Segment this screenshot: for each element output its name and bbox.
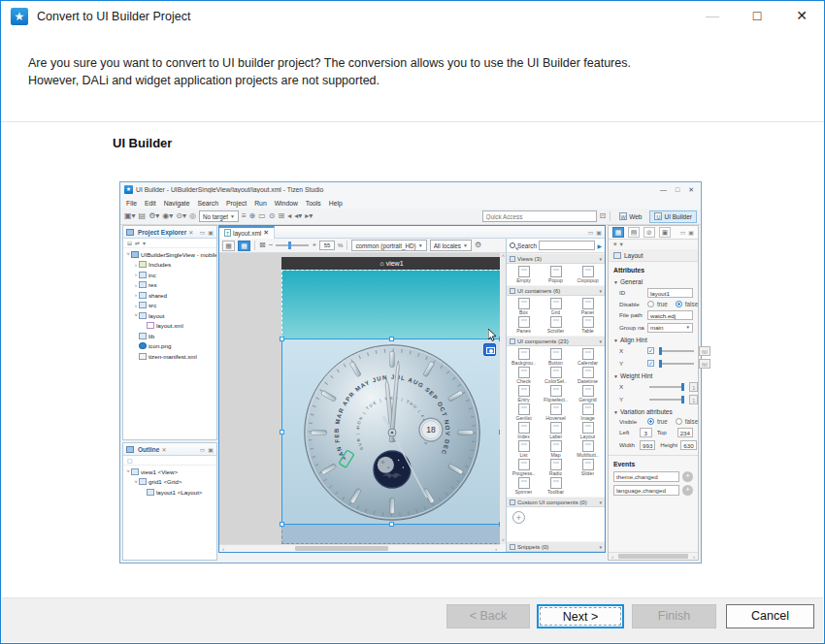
project-tree-item: › res (123, 280, 216, 291)
palette-item: Progress.. (508, 459, 540, 476)
component-label: Radio (549, 470, 563, 476)
component-label: Index (517, 434, 530, 439)
scroll-left-icon[interactable]: ‹ (219, 546, 227, 552)
project-tree-item: ˅ UIBuilderSingleView - mobile-4.0 (123, 249, 216, 260)
palette-item: Map (540, 440, 572, 458)
tree-item-icon (139, 281, 147, 288)
tree-item-icon (131, 468, 139, 475)
outline-tree-item: ˅ view1 <View> (123, 467, 216, 477)
palette-item: Popup (540, 266, 572, 283)
component-label: Spinner (515, 489, 533, 495)
outline-toolbar: ▢ (123, 456, 216, 466)
view-header: ⌂ view1 (281, 257, 500, 270)
palette-item: Hoversel (540, 403, 572, 421)
attributes-title: Attributes (609, 262, 698, 275)
cancel-button[interactable]: Cancel (726, 604, 814, 628)
menu-item: Edit (145, 200, 156, 207)
xml-file-icon: T (224, 229, 231, 237)
tab-close-icon: ✕ (263, 229, 269, 237)
canvas-horizontal-scrollbar[interactable]: ‹ › (219, 544, 500, 552)
component-icon (518, 385, 530, 397)
palette-item: Box (508, 298, 540, 315)
palette-item: Label (540, 422, 572, 439)
preview-tab-icon: ▤ (628, 227, 640, 238)
tree-item-icon (139, 302, 147, 308)
tree-item-icon (131, 251, 139, 258)
back-icon: ◂ (287, 211, 291, 221)
link-editor-icon: ⇄ (135, 240, 140, 246)
scrollbar-thumb[interactable] (295, 546, 388, 551)
component-label: Label (549, 434, 562, 439)
close-button[interactable]: ✕ (779, 1, 824, 32)
tree-item-icon (147, 489, 154, 496)
maximize-button[interactable]: □ (735, 1, 779, 32)
minimize-editor-icon: ▭ (588, 229, 594, 236)
design-mode-icon: ▦ (222, 241, 235, 251)
palette-item: Multibutt.. (572, 440, 604, 458)
properties-horizontal-scrollbar[interactable]: ‹ › (609, 552, 698, 560)
home-icon: ⌂ (380, 260, 383, 267)
tree-item-icon (139, 312, 147, 319)
palette-item: Layout (572, 422, 604, 439)
editor-area: T layout.xml ✕ ▭ ▣ ▦ ▦ ⊠ − (218, 225, 606, 553)
locale-selector: All locales ▼ (430, 240, 472, 251)
project-tree-item: lib (123, 331, 216, 341)
collapse-all-icon: ⊟ (127, 240, 132, 246)
project-tree-item: layout.xml (123, 321, 216, 332)
tree-item-label: layout1 <Layout> (156, 489, 202, 496)
add-event-icon: + (682, 485, 693, 496)
tree-item-label: res (148, 281, 157, 288)
zoom-slider (276, 244, 309, 246)
events-title: Events (609, 455, 698, 469)
component-label: Popup (548, 277, 563, 283)
palette-item: Check (508, 367, 540, 384)
palette-search-input (539, 241, 595, 250)
component-icon (550, 422, 562, 434)
palette-item: Table (572, 316, 604, 334)
component-label: Scroller (547, 328, 565, 334)
component-icon (550, 298, 562, 309)
chevron-down-icon: ▼ (686, 325, 690, 330)
width-input: 993 (640, 440, 655, 450)
tree-item-icon (147, 322, 154, 329)
component-icon (518, 477, 530, 489)
snippets-header: Snippets (0) ▾ (507, 541, 605, 552)
quick-access-input (482, 210, 597, 222)
studio-minimize-icon: — (660, 186, 667, 194)
project-tree-item: › shared (123, 290, 216, 301)
component-label: Genlist (515, 415, 531, 421)
components-section-header: UI components (23) ▾ (507, 336, 605, 346)
component-label: Layout (580, 434, 596, 439)
studio-window-controls: — □ ✕ (660, 186, 697, 194)
scroll-right-icon[interactable]: › (690, 554, 698, 560)
project-tree: ˅ UIBuilderSingleView - mobile-4.0 › Inc… (123, 248, 216, 362)
next-button[interactable]: Next > (537, 604, 624, 628)
visible-true-radio (647, 418, 654, 425)
view-menu-icon: ▾ (143, 240, 146, 246)
palette-item: Genlist (508, 403, 540, 421)
tree-item-icon (139, 292, 147, 299)
scroll-right-icon[interactable]: › (492, 546, 500, 552)
link-tab-icon: ⊘ (644, 227, 655, 238)
component-icon (550, 477, 562, 489)
align-hint-group: ▼Align Hint (609, 334, 698, 344)
project-tree-item: tizen-manifest.xml (123, 351, 216, 362)
source-tab-icon: ▣ (659, 227, 671, 238)
left-column: Project Explorer ✕ ▭ ▣ ⊟ ⇄ ▾ (122, 225, 218, 561)
event-input: language,changed (613, 485, 679, 496)
scroll-left-icon[interactable]: ‹ (609, 554, 616, 560)
bottom-region (281, 525, 500, 544)
palette-item: Toolbar (540, 477, 572, 495)
scrollbar-thumb[interactable] (618, 554, 688, 559)
component-label: Panes (516, 328, 531, 334)
tree-item-label: inc (148, 272, 156, 278)
component-icon (518, 367, 530, 378)
emulator-icon: ≡ (242, 211, 247, 221)
palette-item: Panel (572, 298, 604, 315)
tree-item-label: tizen-manifest.xml (148, 353, 197, 360)
design-editor: ▦ ▦ ⊠ − + 55 % common (portrait_HD) ▼ (219, 239, 507, 552)
header-separator (1, 121, 824, 122)
project-tree-item: › inc (123, 270, 216, 280)
menu-item: Window (275, 200, 298, 207)
search-go-icon: ▶ (597, 242, 602, 249)
